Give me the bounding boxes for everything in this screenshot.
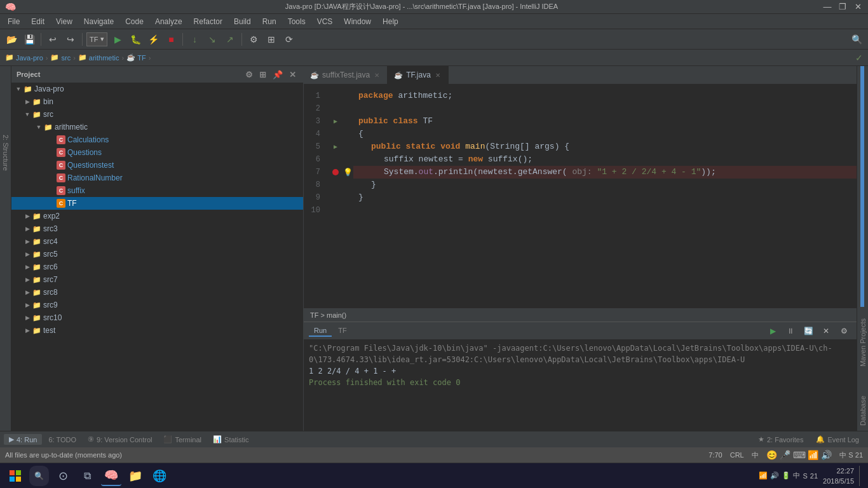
bottom-tab-statistic[interactable]: 📊 Statistic xyxy=(208,434,254,445)
taskbar-app2[interactable]: 📁 xyxy=(125,466,146,486)
tree-item-src3[interactable]: ▶ 📁 src3 xyxy=(11,222,303,235)
tree-item-exp2[interactable]: ▶ 📁 exp2 xyxy=(11,210,303,222)
tree-item-test[interactable]: ▶ 📁 test xyxy=(11,324,303,337)
show-desktop-btn[interactable] xyxy=(859,466,863,486)
run-panel-close-btn[interactable]: ✕ xyxy=(818,323,834,339)
taskbar-taskview[interactable]: ⧉ xyxy=(77,466,97,486)
tree-item-src10[interactable]: ▶ 📁 src10 xyxy=(11,311,303,324)
tree-item-suffix[interactable]: C suffix xyxy=(11,184,303,197)
run-panel-stop-btn[interactable]: ⏸ xyxy=(783,323,798,339)
run-button[interactable]: ▶ xyxy=(110,32,125,47)
time-display[interactable]: 22:27 2018/5/15 xyxy=(823,466,854,486)
minimize-button[interactable]: — xyxy=(822,2,832,11)
breadcrumb-project[interactable]: 📁 Java-pro xyxy=(5,53,43,62)
menu-view[interactable]: View xyxy=(51,16,78,27)
bottom-tab-todo[interactable]: 6: TODO xyxy=(43,435,81,445)
menu-refactor[interactable]: Refactor xyxy=(189,16,227,27)
taskbar-cortana[interactable]: ⊙ xyxy=(53,466,73,486)
toolbar-open-btn[interactable]: 📂 xyxy=(4,32,19,47)
tree-item-arithmetic[interactable]: ▼ 📁 arithmetic xyxy=(11,121,303,133)
toolbar-search[interactable]: 🔍 xyxy=(849,32,864,47)
code-content[interactable]: package arithmetic; public class TF { xyxy=(353,85,857,308)
menu-analyze[interactable]: Analyze xyxy=(150,16,187,27)
menu-window[interactable]: Window xyxy=(339,16,376,27)
tab-close-tf[interactable]: ✕ xyxy=(434,72,442,79)
tray-ime-num[interactable]: 21 xyxy=(810,472,818,480)
breadcrumb-arithmetic[interactable]: 📁 arithmetic xyxy=(78,53,119,62)
run-panel-settings-btn[interactable]: ⚙ xyxy=(836,323,851,339)
tree-item-src9[interactable]: ▶ 📁 src9 xyxy=(11,299,303,311)
taskbar-search[interactable]: 🔍 xyxy=(29,466,49,486)
tray-ime-zh[interactable]: 中 xyxy=(793,471,800,480)
menu-file[interactable]: File xyxy=(3,16,25,27)
maximize-button[interactable]: ❐ xyxy=(837,2,848,11)
toolbar-redo-btn[interactable]: ↪ xyxy=(63,32,78,47)
tray-ime-s[interactable]: S xyxy=(803,472,807,480)
run-config-combo[interactable]: TF ▾ xyxy=(86,32,107,46)
database-label[interactable]: Database xyxy=(858,391,868,431)
sidebar-pin-btn[interactable]: 📌 xyxy=(271,70,285,79)
tree-item-questionstest[interactable]: C Questionstest xyxy=(11,159,303,172)
run-with-coverage-btn[interactable]: ⚡ xyxy=(146,32,161,47)
menu-navigate[interactable]: Navigate xyxy=(79,16,119,27)
menu-edit[interactable]: Edit xyxy=(26,16,50,27)
maven-projects-label[interactable]: Maven Projects xyxy=(858,313,868,372)
stop-button[interactable]: ■ xyxy=(163,32,179,47)
debug-button[interactable]: 🐛 xyxy=(128,32,143,47)
taskbar-intellij[interactable]: 🧠 xyxy=(101,466,121,486)
bottom-tab-terminal[interactable]: ⬛ Terminal xyxy=(158,434,207,445)
toolbar-step-out[interactable]: ↗ xyxy=(222,32,238,47)
tree-item-tf[interactable]: C TF xyxy=(11,197,303,210)
breadcrumb-tf[interactable]: ☕ TF xyxy=(126,53,146,62)
run-tab-run[interactable]: Run xyxy=(309,325,332,337)
tab-close-suffixtest[interactable]: ✕ xyxy=(373,72,381,79)
code-editor[interactable]: 1 2 3 4 5 6 7 8 9 10 xyxy=(304,85,857,308)
toolbar-layout[interactable]: ⊞ xyxy=(264,32,279,47)
menu-vcs[interactable]: VCS xyxy=(312,16,338,27)
menu-code[interactable]: Code xyxy=(120,16,149,27)
run-panel-rerun-btn[interactable]: 🔄 xyxy=(801,323,816,339)
toolbar-step-into[interactable]: ↘ xyxy=(205,32,220,47)
menu-build[interactable]: Build xyxy=(229,16,256,27)
toolbar-undo-btn[interactable]: ↩ xyxy=(45,32,60,47)
menu-help[interactable]: Help xyxy=(377,16,403,27)
tab-suffixtest[interactable]: ☕ suffixTest.java ✕ xyxy=(304,66,388,84)
tab-tf[interactable]: ☕ TF.java ✕ xyxy=(388,66,449,84)
taskbar-app3[interactable]: 🌐 xyxy=(149,466,170,486)
tree-item-questions[interactable]: C Questions xyxy=(11,146,303,159)
tree-item-src4[interactable]: ▶ 📁 src4 xyxy=(11,235,303,248)
run-panel-run-btn[interactable]: ▶ xyxy=(765,323,780,339)
tree-item-calculations[interactable]: C Calculations xyxy=(11,133,303,146)
tree-item-src[interactable]: ▼ 📁 src xyxy=(11,108,303,121)
bottom-tab-favorites[interactable]: ★ 2: Favorites xyxy=(753,434,808,445)
menu-tools[interactable]: Tools xyxy=(283,16,311,27)
run-arrow-3[interactable]: ▶ xyxy=(334,118,337,125)
tree-item-src5[interactable]: ▶ 📁 src5 xyxy=(11,248,303,261)
sidebar-close-btn[interactable]: ✕ xyxy=(287,70,298,79)
tree-item-javaproject[interactable]: ▼ 📁 Java-pro xyxy=(11,83,303,95)
close-button[interactable]: ✕ xyxy=(853,2,863,11)
tree-item-src6[interactable]: ▶ 📁 src6 xyxy=(11,261,303,273)
tray-network[interactable]: 📶 xyxy=(759,471,768,480)
bottom-tab-eventlog[interactable]: 🔔 Event Log xyxy=(811,434,864,445)
structure-panel-label[interactable]: 2: Structure xyxy=(1,130,11,176)
tray-volume[interactable]: 🔊 xyxy=(770,471,779,480)
tree-item-bin[interactable]: ▶ 📁 bin xyxy=(11,95,303,108)
toolbar-back[interactable]: ⟳ xyxy=(281,32,297,47)
toolbar-step-over[interactable]: ↓ xyxy=(187,32,202,47)
tree-item-src7[interactable]: ▶ 📁 src7 xyxy=(11,273,303,286)
menu-run[interactable]: Run xyxy=(257,16,281,27)
toolbar-save-btn[interactable]: 💾 xyxy=(22,32,37,47)
bottom-tab-run[interactable]: ▶ 4: Run xyxy=(4,434,42,445)
run-arrow-5[interactable]: ▶ xyxy=(334,143,337,151)
warning-icon-7[interactable]: 💡 xyxy=(343,168,353,177)
sidebar-gear-btn[interactable]: ⚙ xyxy=(243,70,255,79)
run-tab-tf[interactable]: TF xyxy=(333,325,351,337)
tree-item-src8[interactable]: ▶ 📁 src8 xyxy=(11,286,303,299)
breadcrumb-src[interactable]: 📁 src xyxy=(50,53,71,62)
windows-start-button[interactable] xyxy=(5,466,25,486)
tray-battery[interactable]: 🔋 xyxy=(782,471,790,480)
sidebar-expand-btn[interactable]: ⊞ xyxy=(257,70,268,79)
breakpoint-7[interactable] xyxy=(332,169,339,175)
toolbar-settings[interactable]: ⚙ xyxy=(246,32,261,47)
